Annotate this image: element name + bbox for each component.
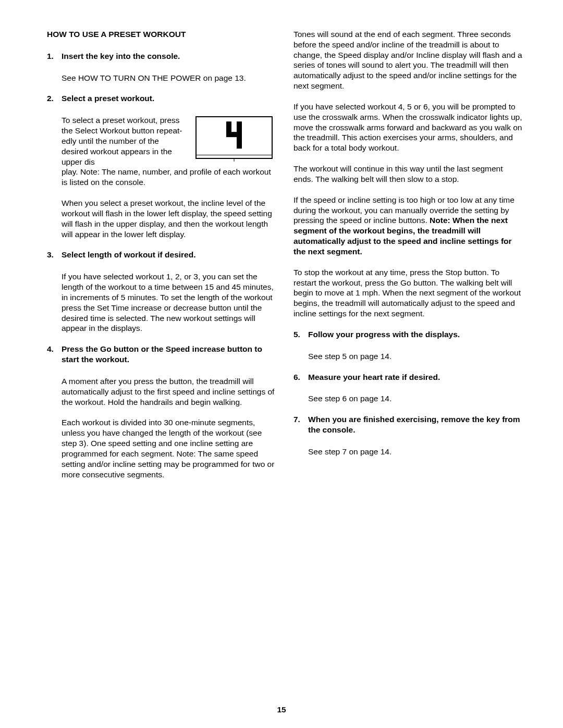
step-6: 6. Measure your heart rate if desired. S…: [293, 372, 522, 404]
page-number: 15: [0, 705, 563, 714]
step-7: 7. When you are finished exercising, rem…: [293, 414, 522, 456]
body-paragraph: A moment after you press the button, the…: [62, 376, 276, 407]
body-paragraph: If you have selected workout 4, 5 or 6, …: [293, 102, 522, 153]
lcd-baseline: [197, 155, 272, 155]
continuation-body: Tones will sound at the end of each segm…: [293, 29, 522, 319]
step-1: 1. Insert the key into the console. See …: [47, 51, 276, 83]
lcd-tick-mark: [234, 158, 235, 162]
step-3: 3. Select length of workout if desired. …: [47, 250, 276, 334]
step-body: See HOW TO TURN ON THE POWER on page 13.: [62, 73, 276, 83]
body-paragraph: See HOW TO TURN ON THE POWER on page 13.: [62, 73, 276, 83]
body-paragraph: The workout will continue in this way un…: [293, 164, 522, 184]
svg-rect-3: [226, 132, 242, 137]
wrap-lead-text: To select a preset work­out, press the S…: [62, 116, 182, 166]
body-paragraph: If you have selected workout 1, 2, or 3,…: [62, 272, 276, 334]
step-body: If you have selected workout 1, 2, or 3,…: [62, 272, 276, 334]
svg-rect-1: [237, 136, 242, 149]
step-heading: Follow your progress with the displays.: [308, 330, 460, 339]
wrap-tail-text: play. Note: The name, number, and profil…: [62, 167, 276, 188]
step-heading: When you are finished exercising, remove…: [308, 415, 520, 434]
step-4: 4. Press the Go button or the Speed incr…: [47, 344, 276, 479]
step-5: 5. Follow your progress with the display…: [293, 329, 522, 362]
step-heading: Insert the key into the console.: [62, 52, 180, 60]
step-number: 1.: [47, 51, 54, 61]
step-body: A moment after you press the button, the…: [62, 376, 276, 479]
step-number: 7.: [293, 414, 300, 425]
body-paragraph: To stop the workout at any time, press t…: [293, 267, 522, 319]
body-paragraph: Tones will sound at the end of each segm…: [293, 29, 522, 91]
body-paragraph: When you select a preset workout, the in…: [62, 198, 276, 239]
step-heading: Select length of workout if desired.: [62, 250, 196, 259]
text-wrap-area: To select a preset work­out, press the S…: [62, 115, 276, 167]
left-column: HOW TO USE A PRESET WORKOUT 1. Insert th…: [47, 29, 276, 490]
step-body: To select a preset work­out, press the S…: [62, 115, 276, 239]
step-number: 4.: [47, 344, 54, 354]
body-paragraph-mixed: If the speed or incline setting is too h…: [293, 195, 522, 257]
step-number: 5.: [293, 329, 300, 340]
step-body: See step 6 on page 14.: [308, 393, 522, 404]
section-title: HOW TO USE A PRESET WORKOUT: [47, 29, 276, 40]
step-heading: Measure your heart rate if desired.: [308, 373, 440, 381]
step-heading: Press the Go button or the Speed increas…: [62, 344, 262, 364]
step-2: 2. Select a preset workout.: [47, 93, 276, 239]
step-body: See step 7 on page 14.: [308, 447, 522, 457]
body-paragraph: See step 7 on page 14.: [308, 447, 522, 457]
two-column-layout: HOW TO USE A PRESET WORKOUT 1. Insert th…: [47, 29, 522, 490]
body-paragraph: See step 5 on page 14.: [308, 351, 522, 362]
body-paragraph: Each workout is divided into 30 one-minu…: [62, 417, 276, 479]
step-number: 3.: [47, 250, 54, 260]
manual-page: HOW TO USE A PRESET WORKOUT 1. Insert th…: [0, 0, 563, 728]
step-number: 2.: [47, 93, 54, 104]
lcd-digit-icon: [223, 120, 245, 152]
step-number: 6.: [293, 372, 300, 382]
right-column: Tones will sound at the end of each segm…: [293, 29, 522, 490]
step-heading: Select a preset workout.: [62, 94, 154, 103]
lcd-display-illustration: [195, 116, 273, 159]
step-body: See step 5 on page 14.: [308, 351, 522, 362]
body-paragraph: See step 6 on page 14.: [308, 393, 522, 404]
